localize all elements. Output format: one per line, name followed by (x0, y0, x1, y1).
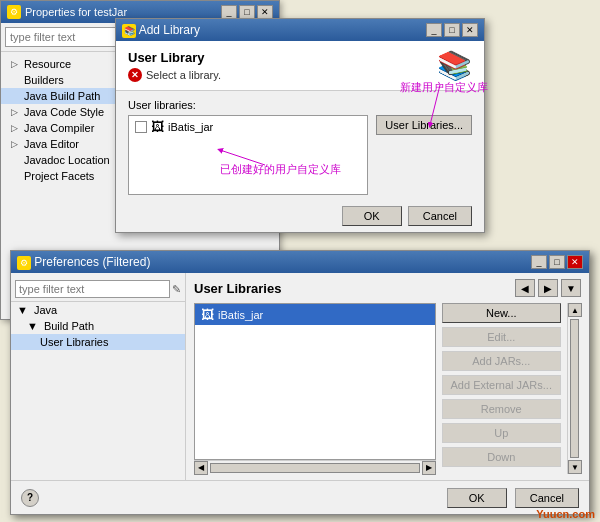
pref-footer-left: ? (21, 489, 39, 507)
minimize-button[interactable]: _ (221, 5, 237, 19)
annotation-new-library: 新建用户自定义库 (400, 80, 488, 95)
down-button[interactable]: Down (442, 447, 562, 467)
pref-close-button[interactable]: ✕ (567, 255, 583, 269)
pref-tree-user-libraries[interactable]: User Libraries (11, 334, 185, 350)
preferences-title-area: ⚙ Preferences (Filtered) (17, 255, 150, 270)
pref-search-input[interactable] (15, 280, 170, 298)
scroll-left-button[interactable]: ◀ (194, 461, 208, 475)
preferences-main: User Libraries ◀ ▶ ▼ 🖼 iBatis_jar (186, 273, 589, 480)
add-library-body: User libraries: 🖼 iBatis_jar User Librar… (116, 91, 484, 203)
pref-search-icon: ✎ (172, 283, 181, 296)
add-library-controls: _ □ ✕ (426, 23, 478, 37)
up-button[interactable]: Up (442, 423, 562, 443)
list-item[interactable]: 🖼 iBatis_jar (195, 304, 435, 325)
java-compiler-arrow: ▷ (11, 123, 21, 133)
java-expand-arrow: ▼ (17, 304, 28, 316)
add-library-title-area: 📚 Add Library (122, 23, 200, 38)
add-library-header-subtitle: ✕ Select a library. (128, 68, 221, 82)
remove-button[interactable]: Remove (442, 399, 562, 419)
pref-sidebar-search-area: ✎ (11, 277, 185, 302)
scrollbar-v-thumb[interactable] (570, 319, 579, 458)
library-item-icon: 🖼 (151, 119, 164, 134)
pref-nav-dropdown-button[interactable]: ▼ (561, 279, 581, 297)
pref-tree-java-label: Java (34, 304, 57, 316)
scroll-up-button[interactable]: ▲ (568, 303, 582, 317)
pref-cancel-button[interactable]: Cancel (515, 488, 579, 508)
pref-restore-button[interactable]: □ (549, 255, 565, 269)
scroll-right-button[interactable]: ▶ (422, 461, 436, 475)
list-item[interactable]: 🖼 iBatis_jar (129, 116, 367, 137)
add-lib-close-button[interactable]: ✕ (462, 23, 478, 37)
pref-library-icon: 🖼 (201, 307, 214, 322)
pref-tree-user-libraries-label: User Libraries (40, 336, 108, 348)
properties-title-text: Properties for testJar (25, 6, 127, 18)
preferences-title-text: Preferences (Filtered) (34, 255, 150, 269)
preferences-sidebar: ✎ ▼ Java ▼ Build Path User Libraries (11, 273, 186, 480)
sidebar-item-java-build-path-label: Java Build Path (24, 90, 100, 102)
maximize-button[interactable]: □ (239, 5, 255, 19)
pref-footer-right: OK Cancel (447, 488, 579, 508)
pref-nav-icons: ◀ ▶ ▼ (515, 279, 581, 297)
library-list[interactable]: 🖼 iBatis_jar (128, 115, 368, 195)
java-editor-arrow: ▷ (11, 139, 21, 149)
pref-minimize-button[interactable]: _ (531, 255, 547, 269)
pref-horizontal-scrollbar[interactable]: ◀ ▶ (194, 460, 436, 474)
add-library-header-title: User Library (128, 50, 221, 65)
pref-main-header: User Libraries ◀ ▶ ▼ (194, 279, 581, 297)
add-library-footer: OK Cancel (116, 200, 484, 232)
close-button[interactable]: ✕ (257, 5, 273, 19)
pref-content-area: 🖼 iBatis_jar ◀ ▶ New... Edit... Add JARs… (194, 303, 581, 474)
preferences-window-controls: _ □ ✕ (531, 255, 583, 269)
add-external-jars-button[interactable]: Add External JARs... (442, 375, 562, 395)
pref-main-title-text: User Libraries (194, 281, 281, 296)
library-item-label: iBatis_jar (168, 121, 213, 133)
error-icon: ✕ (128, 68, 142, 82)
add-library-cancel-button[interactable]: Cancel (408, 206, 472, 226)
pref-vertical-scrollbar[interactable]: ▲ ▼ (567, 303, 581, 474)
preferences-footer: ? OK Cancel (11, 480, 589, 514)
add-library-titlebar: 📚 Add Library _ □ ✕ (116, 19, 484, 41)
java-code-style-arrow: ▷ (11, 107, 21, 117)
preferences-titlebar: ⚙ Preferences (Filtered) _ □ ✕ (11, 251, 589, 273)
pref-tree-build-path[interactable]: ▼ Build Path (11, 318, 185, 334)
properties-title-icon: ⚙ (7, 5, 21, 19)
add-library-title-text: Add Library (139, 23, 200, 37)
pref-tree-build-path-label: Build Path (44, 320, 94, 332)
user-libraries-button[interactable]: User Libraries... (376, 115, 472, 135)
edit-button[interactable]: Edit... (442, 327, 562, 347)
sidebar-item-project-facets-label: Project Facets (24, 170, 94, 182)
pref-nav-back-button[interactable]: ◀ (515, 279, 535, 297)
watermark: Yuucn.com (536, 508, 595, 520)
add-lib-maximize-button[interactable]: □ (444, 23, 460, 37)
pref-library-list[interactable]: 🖼 iBatis_jar (194, 303, 436, 460)
user-libraries-label: User libraries: (128, 99, 472, 111)
library-checkbox[interactable] (135, 121, 147, 133)
resource-arrow: ▷ (11, 59, 21, 69)
library-list-area: 🖼 iBatis_jar User Libraries... (128, 115, 472, 195)
preferences-window: ⚙ Preferences (Filtered) _ □ ✕ ✎ ▼ Java … (10, 250, 590, 515)
sidebar-item-javadoc-label: Javadoc Location (24, 154, 110, 166)
pref-library-item-label: iBatis_jar (218, 309, 263, 321)
sidebar-item-java-editor-label: Java Editor (24, 138, 79, 150)
preferences-title-icon: ⚙ (17, 256, 31, 270)
add-library-ok-button[interactable]: OK (342, 206, 402, 226)
add-library-title-icon: 📚 (122, 24, 136, 38)
pref-tree-java[interactable]: ▼ Java (11, 302, 185, 318)
pref-action-buttons: New... Edit... Add JARs... Add External … (442, 303, 562, 474)
sidebar-item-java-compiler-label: Java Compiler (24, 122, 94, 134)
properties-window-controls: _ □ ✕ (221, 5, 273, 19)
pref-nav-forward-button[interactable]: ▶ (538, 279, 558, 297)
scroll-down-button[interactable]: ▼ (568, 460, 582, 474)
preferences-body: ✎ ▼ Java ▼ Build Path User Libraries Use… (11, 273, 589, 480)
pref-ok-button[interactable]: OK (447, 488, 507, 508)
new-button[interactable]: New... (442, 303, 562, 323)
scrollbar-thumb[interactable] (210, 463, 420, 473)
help-button[interactable]: ? (21, 489, 39, 507)
sidebar-item-builders-label: Builders (24, 74, 64, 86)
add-lib-minimize-button[interactable]: _ (426, 23, 442, 37)
add-jars-button[interactable]: Add JARs... (442, 351, 562, 371)
properties-title-area: ⚙ Properties for testJar (7, 5, 127, 19)
annotation-created-library: 已创建好的用户自定义库 (220, 162, 341, 177)
sidebar-item-resource-label: Resource (24, 58, 71, 70)
sidebar-item-java-code-style-label: Java Code Style (24, 106, 104, 118)
